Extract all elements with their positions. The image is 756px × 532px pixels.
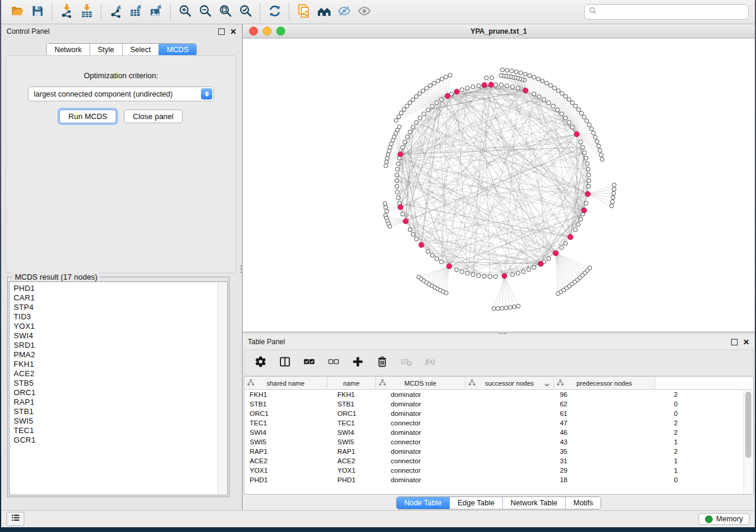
tab-edge-table[interactable]: Edge Table (450, 497, 503, 509)
table-cell: 35 (480, 447, 577, 456)
search-box[interactable] (584, 4, 749, 20)
column-label: successor nodes (485, 380, 534, 387)
horizontal-splitter[interactable] (243, 332, 755, 335)
table-row[interactable]: FKH1FKH1dominator962 (244, 390, 753, 399)
header-filler (655, 377, 753, 390)
save-session-button[interactable] (27, 2, 47, 21)
table-cell: dominator (385, 399, 480, 409)
tab-mcds[interactable]: MCDS (159, 44, 196, 56)
mcds-result-item[interactable]: ACE2 (14, 369, 227, 379)
delete-button[interactable] (375, 355, 389, 370)
zoom-out-button[interactable] (195, 2, 215, 21)
export-network-button[interactable] (106, 2, 126, 21)
zoom-fit-button[interactable] (215, 2, 235, 21)
close-panel-button[interactable]: Close panel (124, 110, 183, 123)
table-row[interactable]: SWI4SWI4dominator462 (244, 428, 753, 437)
mcds-result-item[interactable]: YOX1 (14, 322, 227, 331)
table-scrollbar[interactable] (744, 390, 753, 494)
mcds-result-list[interactable]: PHD1CAR1STP4TID3YOX1SWI4SRD1PMA2FKH1ACE2… (9, 281, 228, 495)
table-row[interactable]: STB1STB1dominator620 (244, 399, 753, 409)
duplicate-network-button[interactable] (294, 2, 314, 21)
export-table-button[interactable] (126, 2, 146, 21)
run-mcds-button[interactable]: Run MCDS (59, 110, 116, 123)
mcds-result-item[interactable]: RAP1 (14, 398, 227, 407)
tab-network-table[interactable]: Network Table (503, 497, 566, 509)
network-canvas[interactable] (243, 39, 755, 332)
mcds-result-item[interactable]: CAR1 (14, 293, 227, 303)
close-table-panel-icon[interactable]: ✕ (743, 338, 749, 346)
tab-style[interactable]: Style (90, 44, 123, 56)
hide-selected-button[interactable] (334, 2, 354, 21)
refresh-button[interactable] (264, 2, 285, 21)
float-panel-icon[interactable] (218, 28, 225, 35)
memory-button[interactable]: Memory (698, 513, 749, 525)
table-cell: dominator (385, 447, 480, 456)
column-header-shared-name[interactable]: shared name (244, 377, 327, 389)
export-image-button[interactable] (146, 2, 166, 21)
column-header-name[interactable]: name (327, 377, 376, 389)
tab-node-table[interactable]: Node Table (397, 497, 450, 509)
vertical-splitter-handle[interactable] (240, 265, 243, 274)
table-row[interactable]: PHD1PHD1dominator180 (244, 475, 753, 485)
tab-network[interactable]: Network (47, 44, 90, 56)
mcds-result-item[interactable]: PHD1 (14, 284, 227, 293)
table-row[interactable]: RAP1RAP1dominator352 (244, 447, 753, 456)
column-header-successor-nodes[interactable]: successor nodes (465, 377, 554, 389)
table-row[interactable]: ACE2ACE2connector311 (244, 456, 753, 466)
zoom-in-button[interactable] (175, 2, 195, 21)
table-cell: 2 (577, 428, 687, 437)
import-network-button[interactable] (56, 2, 76, 21)
tab-select[interactable]: Select (123, 44, 160, 56)
close-panel-icon[interactable]: ✕ (230, 28, 237, 36)
columns-button[interactable] (277, 355, 292, 370)
table-cell: dominator (385, 409, 480, 418)
table-cell: ACE2 (332, 456, 385, 466)
add-button[interactable] (350, 355, 365, 370)
mcds-result-item[interactable]: TID3 (14, 312, 227, 322)
table-row[interactable]: YOX1YOX1connector291 (244, 466, 753, 475)
tab-motifs[interactable]: Motifs (566, 497, 601, 509)
table-scrollbar-thumb[interactable] (745, 392, 751, 458)
select-all-button[interactable] (302, 355, 316, 370)
network-column-icon (557, 379, 564, 387)
mcds-result-item[interactable]: STB5 (14, 379, 227, 388)
float-table-panel-icon[interactable] (731, 339, 738, 345)
table-row[interactable]: TEC1TEC1connector472 (244, 418, 753, 428)
table-row[interactable]: ORC1ORC1dominator610 (244, 409, 753, 418)
table-cell: 2 (577, 447, 687, 456)
add-icon (352, 355, 364, 370)
mcds-result-item[interactable]: GCR1 (14, 435, 227, 445)
show-all-button[interactable] (354, 2, 374, 21)
zoom-selected-button[interactable] (235, 2, 256, 21)
column-header-predecessor-nodes[interactable]: predecessor nodes (554, 377, 655, 389)
mcds-result-item[interactable]: STP4 (14, 303, 227, 312)
optimization-criterion-select[interactable]: largest connected component (undirected) (28, 86, 214, 101)
first-neighbors-button[interactable] (314, 2, 334, 21)
deselect-all-button[interactable] (326, 355, 340, 370)
open-file-button[interactable] (7, 2, 27, 21)
search-input[interactable] (600, 7, 744, 17)
mcds-result-item[interactable]: TEC1 (14, 426, 227, 435)
mcds-list-scrollbar[interactable] (218, 283, 227, 494)
export-image-icon (149, 4, 164, 21)
import-table-button[interactable] (76, 2, 97, 21)
save-session-icon (30, 4, 45, 21)
table-row[interactable]: SWI5SWI5connector431 (244, 437, 753, 447)
mcds-result-item[interactable]: PMA2 (14, 350, 227, 360)
optimization-criterion-label: Optimization criterion: (7, 71, 235, 80)
table-cell: ACE2 (244, 456, 332, 466)
mcds-result-item[interactable]: SWI5 (14, 416, 227, 426)
network-window-titlebar[interactable]: YPA_prune.txt_1 (243, 24, 755, 39)
gear-icon (254, 355, 267, 370)
mcds-result-item[interactable]: FKH1 (14, 360, 227, 369)
function-builder-button: f(x) (423, 355, 438, 370)
mcds-result-item[interactable]: SRD1 (14, 341, 227, 350)
column-header-mcds-role[interactable]: MCDS role (376, 377, 465, 389)
mcds-result-item[interactable]: SWI4 (14, 331, 227, 341)
mcds-tab-content: Optimization criterion: largest connecte… (6, 55, 236, 273)
mcds-result-item[interactable]: ORC1 (14, 388, 227, 398)
mcds-result-item[interactable]: STB1 (14, 407, 227, 416)
status-menu-button[interactable] (7, 512, 24, 526)
gear-button[interactable] (253, 355, 267, 370)
table-cell: SWI5 (332, 437, 385, 447)
